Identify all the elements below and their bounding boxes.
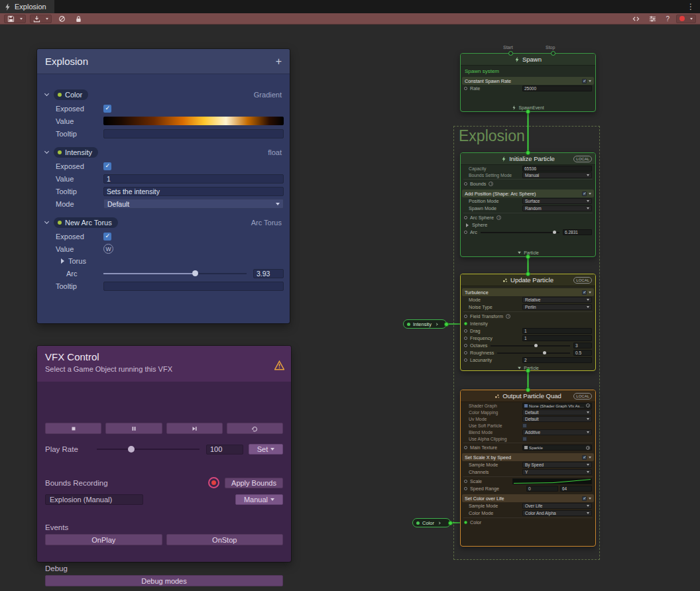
- node-output-particle-quad[interactable]: Output Particle Quad LOCAL Shader Graph …: [460, 390, 596, 547]
- rate-value-input[interactable]: 25000: [522, 85, 592, 91]
- flow-input-port[interactable]: [526, 150, 530, 155]
- arc-slider[interactable]: [103, 273, 247, 274]
- frequency-input-port[interactable]: [464, 337, 467, 340]
- chevron-down-icon[interactable]: [44, 91, 49, 96]
- flow-input-port[interactable]: [526, 388, 530, 392]
- node-title-bar[interactable]: Spawn: [461, 54, 595, 66]
- soft-particle-checkbox[interactable]: [522, 423, 527, 428]
- bounds-target-field[interactable]: Explosion (Manual): [45, 494, 143, 505]
- tooltip-input[interactable]: [103, 282, 284, 291]
- arc-value-input[interactable]: 3.93: [253, 269, 284, 278]
- parameter-output-port[interactable]: [444, 322, 449, 327]
- flow-output-port[interactable]: [526, 368, 530, 373]
- arc-slider[interactable]: [481, 232, 559, 233]
- color-input-port[interactable]: [464, 521, 467, 524]
- frequency-input[interactable]: 1: [522, 335, 592, 341]
- expand-arrow-icon[interactable]: [61, 258, 64, 264]
- mode-dropdown[interactable]: Default: [103, 199, 284, 209]
- block-set-color-over-life[interactable]: Set Color over Life: [462, 494, 594, 502]
- slider-knob[interactable]: [534, 344, 538, 347]
- noise-type-dropdown[interactable]: Perlin: [522, 304, 592, 310]
- object-picker-icon[interactable]: [586, 446, 590, 450]
- tooltip-input[interactable]: [103, 129, 284, 138]
- chevron-down-icon[interactable]: [589, 457, 591, 458]
- block-enabled-checkbox[interactable]: [582, 79, 587, 83]
- intensity-input-port[interactable]: [464, 322, 467, 325]
- compile-options-button[interactable]: [43, 15, 51, 23]
- node-spawn[interactable]: Start Stop Spawn Spawn system Constant S…: [460, 53, 596, 112]
- block-set-scale-by-speed[interactable]: Set Scale X by Speed: [462, 453, 594, 461]
- system-name-label[interactable]: Spawn system: [461, 67, 595, 75]
- debug-modes-button[interactable]: Debug modes: [45, 575, 283, 586]
- document-tab-explosion[interactable]: Explosion: [0, 0, 54, 13]
- vfx-control-panel[interactable]: VFX Control Select a Game Object running…: [37, 346, 291, 562]
- arc-input-port[interactable]: [464, 231, 467, 234]
- collapse-chevron-icon[interactable]: [435, 323, 438, 325]
- block-constant-spawn-rate[interactable]: Constant Spawn Rate: [462, 77, 594, 85]
- start-input-port[interactable]: [508, 51, 513, 56]
- color-mapping-dropdown[interactable]: Default: [522, 409, 592, 415]
- block-turbulence[interactable]: Turbulence: [462, 288, 594, 296]
- restart-button[interactable]: [227, 423, 283, 434]
- octaves-slider[interactable]: [491, 345, 570, 347]
- gradient-field[interactable]: [103, 117, 284, 125]
- chevron-down-icon[interactable]: [589, 80, 591, 82]
- drag-input[interactable]: 1: [522, 328, 592, 334]
- step-button[interactable]: [166, 423, 223, 434]
- block-enabled-checkbox[interactable]: [582, 191, 587, 196]
- parameter-output-port[interactable]: [448, 521, 453, 525]
- lacunarity-input[interactable]: 2: [522, 357, 592, 363]
- onplay-button[interactable]: OnPlay: [45, 534, 162, 545]
- blend-mode-dropdown[interactable]: Additive: [522, 429, 592, 435]
- speed-range-input-port[interactable]: [464, 487, 467, 490]
- scale-input-port[interactable]: [464, 480, 467, 483]
- chevron-down-icon[interactable]: [44, 219, 49, 224]
- drag-input-port[interactable]: [464, 329, 467, 333]
- mode-dropdown[interactable]: Relative: [522, 297, 592, 303]
- record-bounds-button[interactable]: [208, 477, 219, 488]
- speed-range-min-input[interactable]: 0: [526, 486, 558, 492]
- parameter-node-color[interactable]: Color: [412, 518, 451, 527]
- help-button[interactable]: ?: [663, 15, 672, 23]
- exposed-checkbox[interactable]: [103, 105, 111, 113]
- expand-arrow-icon[interactable]: [466, 223, 469, 227]
- slider-knob[interactable]: [543, 351, 546, 354]
- field-transform-input-port[interactable]: [464, 315, 467, 318]
- bounds-mode-button[interactable]: Manual: [235, 494, 283, 505]
- rate-input-port[interactable]: [464, 87, 467, 90]
- property-pill-color[interactable]: Color: [54, 89, 88, 100]
- parameter-node-intensity[interactable]: Intensity: [403, 319, 447, 329]
- roughness-input-port[interactable]: [464, 351, 467, 354]
- set-rate-button[interactable]: Set: [249, 444, 283, 455]
- scale-curve-field[interactable]: [512, 478, 592, 484]
- block-add-position[interactable]: Add Position (Shape: Arc Sphere): [462, 189, 594, 197]
- code-view-button[interactable]: [630, 15, 642, 23]
- save-button[interactable]: [5, 15, 17, 23]
- bounds-input-port[interactable]: [464, 182, 467, 186]
- chevron-down-icon[interactable]: [44, 149, 49, 154]
- save-options-button[interactable]: [17, 15, 25, 23]
- collapse-chevron-icon[interactable]: [438, 521, 440, 524]
- pause-button[interactable]: [105, 423, 162, 434]
- world-space-toggle[interactable]: W: [103, 244, 113, 254]
- octaves-input-port[interactable]: [464, 344, 467, 347]
- toggle-visibility-button[interactable]: [56, 15, 68, 23]
- sample-mode-dropdown[interactable]: By Speed: [522, 462, 592, 468]
- alpha-clipping-checkbox[interactable]: [522, 437, 527, 441]
- node-initialize-particle[interactable]: Initialize Particle LOCAL Capacity 65536…: [460, 152, 596, 257]
- system-label[interactable]: Explosion: [459, 127, 525, 145]
- block-enabled-checkbox[interactable]: [582, 496, 587, 501]
- main-texture-input-port[interactable]: [464, 446, 467, 449]
- value-input[interactable]: 1: [103, 174, 284, 184]
- arc-sphere-input-port[interactable]: [464, 216, 467, 219]
- kebab-menu-icon[interactable]: ⋮: [681, 0, 700, 13]
- roughness-input[interactable]: 0.5: [573, 350, 592, 356]
- slider-knob[interactable]: [553, 231, 556, 234]
- slider-knob[interactable]: [192, 270, 198, 276]
- shader-graph-object-field[interactable]: None (Shader Graph Vfx Asset): [522, 403, 592, 409]
- block-enabled-checkbox[interactable]: [582, 290, 587, 295]
- spawn-event-output-port[interactable]: [526, 109, 530, 114]
- exposed-checkbox[interactable]: [103, 233, 111, 241]
- bounds-mode-dropdown[interactable]: Manual: [522, 172, 592, 178]
- stop-input-port[interactable]: [551, 51, 555, 56]
